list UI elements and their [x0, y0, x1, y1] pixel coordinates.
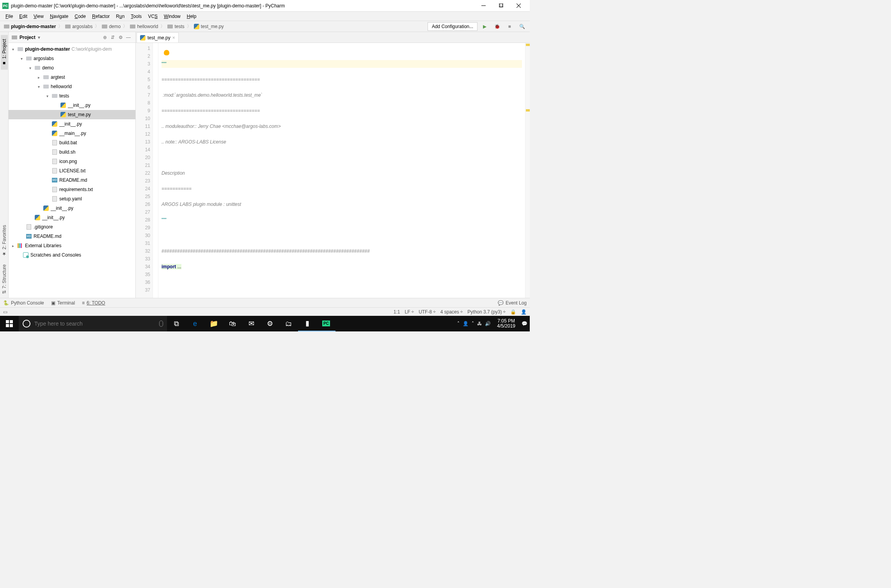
menu-refactor[interactable]: Refactor	[89, 12, 113, 20]
tree-row[interactable]: MDREADME.md	[9, 175, 135, 185]
pycharm-task-icon[interactable]: PC	[317, 316, 335, 331]
mic-icon[interactable]	[159, 321, 163, 327]
todo-tab[interactable]: ≡ 6: TODO	[82, 300, 105, 306]
warning-marker[interactable]	[526, 109, 530, 112]
project-tree[interactable]: ▾ plugin-demo-master C:\work\plugin-dem …	[9, 43, 135, 298]
side-tab-favorites[interactable]: ★2: Favorites	[1, 221, 8, 260]
add-configuration-button[interactable]: Add Configuration...	[428, 22, 477, 31]
maximize-button[interactable]	[492, 0, 510, 11]
crumb-5[interactable]: test_me.py	[192, 23, 225, 30]
mail-icon[interactable]: ✉	[242, 316, 261, 331]
tree-root[interactable]: ▾ plugin-demo-master C:\work\plugin-dem	[9, 44, 135, 54]
settings-button[interactable]: ⚙	[117, 34, 124, 41]
tree-scratches[interactable]: Scratches and Consoles	[9, 250, 135, 260]
editor-body[interactable]: 1234567891011121314202122232425262728293…	[136, 43, 530, 298]
tree-row[interactable]: ▾tests	[9, 91, 135, 101]
tree-row[interactable]: build.sh	[9, 147, 135, 157]
app-icon-1[interactable]: 🗂	[279, 316, 298, 331]
interpreter[interactable]: Python 3.7 (py3) ÷	[467, 309, 506, 315]
menu-tools[interactable]: Tools	[128, 12, 145, 20]
tree-arrow[interactable]: ▾	[19, 57, 24, 61]
close-tab-icon[interactable]: ×	[172, 35, 175, 41]
crumb-1[interactable]: argoslabs	[64, 23, 94, 30]
menu-help[interactable]: Help	[184, 12, 200, 20]
tree-row[interactable]: ▾helloworld	[9, 82, 135, 91]
tree-row[interactable]: MDREADME.md	[9, 232, 135, 241]
tree-row[interactable]: ▸argtest	[9, 73, 135, 82]
edge-icon[interactable]: e	[186, 316, 204, 331]
menu-file[interactable]: File	[2, 12, 16, 20]
fold-gutter[interactable]	[153, 43, 158, 298]
menu-window[interactable]: Window	[161, 12, 184, 20]
tree-row[interactable]: ▾demo	[9, 63, 135, 73]
caret-position[interactable]: 1:1	[394, 309, 400, 315]
lock-icon[interactable]: 🔒	[510, 309, 516, 315]
tree-arrow[interactable]: ▸	[36, 75, 41, 80]
indent[interactable]: 4 spaces ÷	[440, 309, 463, 315]
terminal-icon[interactable]: ▮	[298, 316, 317, 331]
tree-row[interactable]: .gitignore	[9, 222, 135, 232]
clock[interactable]: 7:05 PM 4/5/2019	[494, 319, 518, 329]
stop-button[interactable]: ■	[504, 22, 515, 31]
crumb-root[interactable]: plugin-demo-master	[2, 23, 57, 30]
settings-icon[interactable]: ⚙	[261, 316, 279, 331]
store-icon[interactable]: 🛍	[223, 316, 242, 331]
chevron-down-icon[interactable]: ▾	[10, 47, 16, 51]
menu-edit[interactable]: Edit	[16, 12, 30, 20]
network-icon[interactable]: 🖧	[477, 321, 482, 326]
side-tab-structure[interactable]: ⇅7: Structure	[1, 260, 8, 298]
tree-row[interactable]: setup.yaml	[9, 194, 135, 204]
side-tab-project[interactable]: ■1: Project	[1, 35, 8, 70]
tree-row[interactable]: test_me.py	[9, 110, 135, 119]
menu-view[interactable]: View	[30, 12, 47, 20]
start-button[interactable]	[0, 316, 19, 331]
tree-row[interactable]: __init__.py	[9, 213, 135, 222]
people-icon[interactable]: 👤	[463, 321, 469, 326]
tray-chevron-icon[interactable]: ˄	[472, 321, 474, 326]
hide-button[interactable]: —	[124, 34, 132, 41]
tree-row[interactable]: ▾argoslabs	[9, 54, 135, 63]
line-gutter[interactable]: 1234567891011121314202122232425262728293…	[136, 43, 153, 298]
marker-bar[interactable]	[525, 43, 530, 298]
terminal-tab[interactable]: ▣ Terminal	[51, 300, 75, 306]
tree-arrow[interactable]: ▾	[36, 85, 41, 89]
tree-external-libraries[interactable]: ▸ External Libraries	[9, 241, 135, 250]
python-console-tab[interactable]: 🐍 Python Console	[3, 300, 44, 306]
encoding[interactable]: UTF-8 ÷	[419, 309, 436, 315]
menu-code[interactable]: Code	[71, 12, 89, 20]
editor-tab-active[interactable]: test_me.py ×	[137, 32, 179, 43]
crumb-4[interactable]: tests	[166, 23, 186, 30]
tree-row[interactable]: __init__.py	[9, 204, 135, 213]
project-title[interactable]: Project ▾	[12, 35, 101, 40]
menu-run[interactable]: Run	[113, 12, 128, 20]
crumb-3[interactable]: helloworld	[128, 23, 160, 30]
search-button[interactable]: 🔍	[516, 22, 527, 31]
tree-row[interactable]: __main__.py	[9, 129, 135, 138]
collapse-button[interactable]: ⇵	[109, 34, 117, 41]
close-button[interactable]	[510, 0, 527, 11]
tree-arrow[interactable]: ▾	[44, 94, 50, 98]
minimize-button[interactable]	[475, 0, 492, 11]
notifications-icon[interactable]: 💬	[522, 321, 527, 326]
task-view-icon[interactable]: ⧉	[167, 316, 186, 331]
tree-row[interactable]: icon.png	[9, 157, 135, 166]
chevron-right-icon[interactable]: ▸	[10, 244, 16, 248]
warning-marker[interactable]	[526, 44, 530, 46]
tree-arrow[interactable]: ▾	[27, 66, 33, 70]
tree-row[interactable]: requirements.txt	[9, 185, 135, 194]
line-ending[interactable]: LF ÷	[405, 309, 414, 315]
code-area[interactable]: """ ====================================…	[158, 43, 525, 298]
intention-bulb-icon[interactable]	[164, 50, 169, 55]
menu-vcs[interactable]: VCS	[145, 12, 161, 20]
tree-row[interactable]: build.bat	[9, 138, 135, 147]
tree-row[interactable]: __init__.py	[9, 101, 135, 110]
tray-chevron-icon[interactable]: ˄	[457, 321, 460, 326]
menu-navigate[interactable]: Navigate	[47, 12, 71, 20]
search-input[interactable]	[34, 321, 155, 327]
status-icon[interactable]: ▭	[3, 309, 7, 315]
explorer-icon[interactable]: 📁	[204, 316, 223, 331]
run-button[interactable]: ▶	[479, 22, 490, 31]
tree-row[interactable]: LICENSE.txt	[9, 166, 135, 175]
inspector-icon[interactable]: 👤	[521, 309, 527, 315]
locate-button[interactable]: ⊕	[101, 34, 109, 41]
